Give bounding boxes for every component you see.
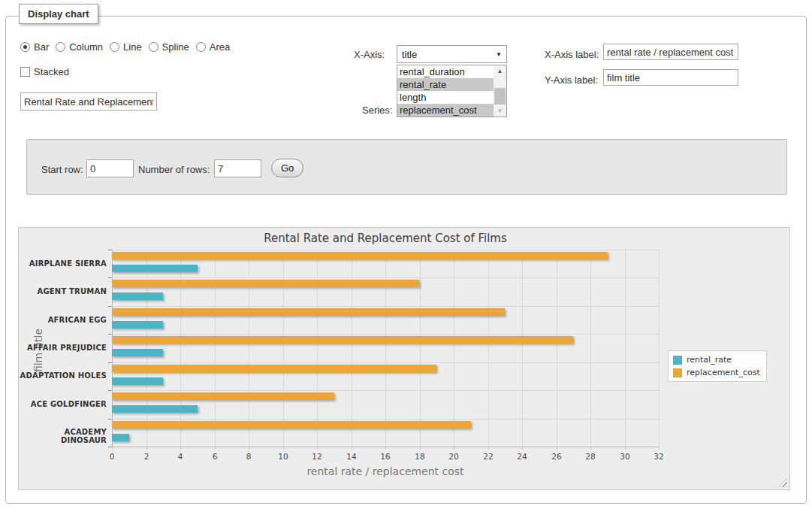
x-axis-tick-label: 2 <box>131 452 161 461</box>
x-axis-tick-label: 0 <box>97 452 127 461</box>
scroll-down-icon[interactable]: ▼ <box>494 105 506 117</box>
bar-rental_rate <box>112 377 163 385</box>
series-select-label: Series: <box>362 105 392 116</box>
bar-rental_rate <box>112 321 163 329</box>
series-list-scrollbar[interactable]: ▲ ▼ <box>494 65 506 117</box>
x-axis-tick <box>659 447 660 450</box>
stacked-checkbox[interactable] <box>20 67 30 77</box>
x-axis-label-input[interactable] <box>603 44 738 60</box>
category-label: ADAPTATION HOLES <box>19 371 107 380</box>
y-axis-tick <box>108 306 112 307</box>
x-axis-tick-label: 18 <box>405 452 435 461</box>
x-axis-select[interactable]: title ▼ <box>397 45 507 63</box>
gridline-horizontal <box>112 306 659 307</box>
bar-rental_rate <box>112 265 198 272</box>
y-axis-tick <box>108 390 112 391</box>
gridline-vertical <box>420 250 421 447</box>
legend-swatch <box>673 368 682 377</box>
bar-replacement_cost <box>112 308 505 316</box>
category-label: AFRICAN EGG <box>19 316 107 324</box>
chart-type-line[interactable]: Line <box>110 41 142 53</box>
chart-type-label: Bar <box>34 41 49 53</box>
bar-rental_rate <box>112 292 163 300</box>
radio-icon[interactable] <box>110 42 119 52</box>
gridline-horizontal <box>112 419 659 420</box>
legend-item-rental_rate[interactable]: rental_rate <box>673 355 760 365</box>
x-axis-tick-label: 30 <box>610 452 640 461</box>
chart-legend: rental_ratereplacement_cost <box>668 350 767 382</box>
y-axis-tick <box>108 277 112 278</box>
num-rows-input[interactable] <box>214 159 261 177</box>
series-option-rental_rate[interactable]: rental_rate <box>397 78 494 91</box>
gridline-horizontal <box>112 250 659 250</box>
gridline-vertical <box>488 250 489 447</box>
gridline-vertical <box>659 250 660 447</box>
gridline-horizontal <box>112 362 659 363</box>
x-axis-select-label: X-Axis: <box>354 49 385 60</box>
series-option-replacement_cost[interactable]: replacement_cost <box>397 104 494 117</box>
gridline-horizontal <box>112 334 659 335</box>
category-label: AGENT TRUMAN <box>19 287 107 295</box>
scrollbar-thumb[interactable] <box>494 88 506 105</box>
y-axis-tick <box>108 447 112 447</box>
chart-title-input[interactable] <box>20 92 157 111</box>
legend-swatch <box>673 356 682 365</box>
gridline-vertical <box>625 250 626 447</box>
x-axis-selected-value: title <box>402 49 417 60</box>
chart-title: Rental Rate and Replacement Cost of Film… <box>112 232 659 245</box>
bar-rental_rate <box>112 405 198 413</box>
bar-replacement_cost <box>112 252 608 259</box>
fieldset-legend: Display chart <box>19 4 98 24</box>
gridline-vertical <box>590 250 591 447</box>
chart-type-label: Line <box>123 41 142 53</box>
resize-handle-icon[interactable] <box>778 478 787 487</box>
start-row-label: Start row: <box>41 164 83 175</box>
start-row-input[interactable] <box>86 159 134 177</box>
chart-plot-area: 02468101214161820222426283032 <box>112 250 659 447</box>
bar-rental_rate <box>112 434 129 441</box>
chart-type-label: Column <box>69 41 103 53</box>
chart-type-spline[interactable]: Spline <box>149 41 189 53</box>
x-axis-tick-label: 12 <box>302 452 332 461</box>
x-axis-title: rental rate / replacement cost <box>112 465 659 477</box>
chart-type-bar[interactable]: Bar <box>20 41 49 53</box>
chart-type-label: Spline <box>162 41 189 53</box>
x-axis-label-caption: X-Axis label: <box>545 49 599 60</box>
select-dropdown-icon: ▼ <box>496 51 502 58</box>
radio-icon[interactable] <box>56 42 65 52</box>
x-axis-tick-label: 26 <box>542 452 572 461</box>
bar-replacement_cost <box>112 280 419 287</box>
radio-icon[interactable] <box>149 42 158 52</box>
radio-icon[interactable] <box>20 42 30 52</box>
x-axis-tick-label: 20 <box>439 452 469 461</box>
chart-type-label: Area <box>210 41 230 53</box>
gridline-horizontal <box>112 447 659 447</box>
series-multiselect[interactable]: rental_durationrental_ratelengthreplacem… <box>397 65 507 117</box>
y-axis-tick <box>108 419 112 420</box>
series-options: rental_durationrental_ratelengthreplacem… <box>397 65 506 117</box>
y-axis-tick <box>108 250 112 250</box>
x-axis-tick-label: 10 <box>268 452 298 461</box>
category-label: AFFAIR PREJUDICE <box>19 344 107 352</box>
chart-type-column[interactable]: Column <box>56 41 103 53</box>
y-axis-tick <box>108 334 112 335</box>
category-label: AIRPLANE SIERRA <box>19 259 107 268</box>
bar-replacement_cost <box>112 336 573 344</box>
bar-rental_rate <box>112 349 163 356</box>
y-axis-label-input[interactable] <box>603 69 738 86</box>
go-button[interactable]: Go <box>271 159 303 177</box>
category-label: ACE GOLDFINGER <box>19 400 107 408</box>
series-option-length[interactable]: length <box>397 91 494 104</box>
chart-type-area[interactable]: Area <box>196 41 230 53</box>
x-axis-tick-label: 28 <box>575 452 605 461</box>
legend-label: replacement_cost <box>687 368 760 377</box>
series-option-rental_duration[interactable]: rental_duration <box>397 65 494 78</box>
legend-item-replacement_cost[interactable]: replacement_cost <box>673 368 760 377</box>
x-axis-tick-label: 6 <box>200 452 230 461</box>
stacked-checkbox-row: Stacked <box>20 66 69 77</box>
scroll-up-icon[interactable]: ▲ <box>494 65 506 77</box>
chart-type-radio-group: BarColumnLineSplineArea <box>20 41 230 53</box>
num-rows-label: Number of rows: <box>138 164 210 175</box>
radio-icon[interactable] <box>196 42 206 52</box>
chart-container: Rental Rate and Replacement Cost of Film… <box>18 227 790 490</box>
